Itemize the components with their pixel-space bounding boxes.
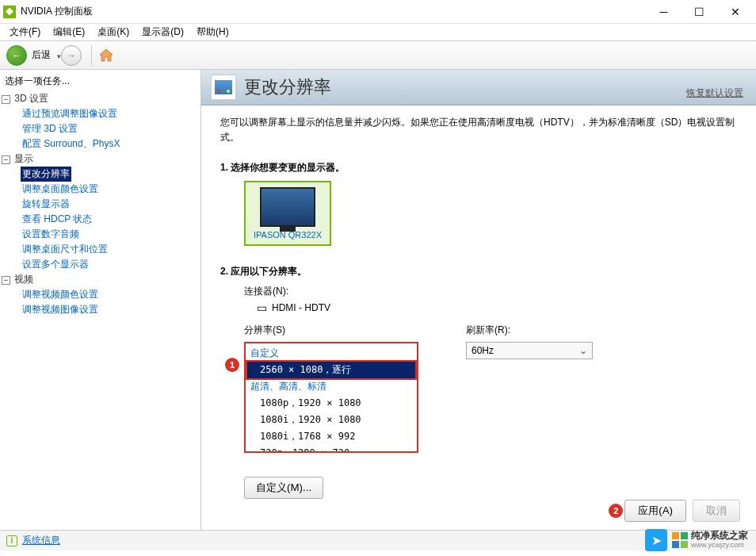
back-label: 后退 xyxy=(32,48,51,62)
annotation-badge-1: 1 xyxy=(225,358,239,372)
menu-help[interactable]: 帮助(H) xyxy=(190,24,235,40)
tree-link[interactable]: 调整视频颜色设置 xyxy=(21,287,100,302)
res-item-selected[interactable]: 2560 × 1080，逐行 xyxy=(247,362,415,378)
refresh-label: 刷新率(R): xyxy=(466,324,593,337)
res-category-hd: 超清、高清、标清 xyxy=(247,378,415,395)
statusbar: i 系统信息 xyxy=(0,530,756,550)
tree-link-change-resolution[interactable]: 更改分辨率 xyxy=(21,167,71,182)
close-button[interactable]: ✕ xyxy=(717,1,753,23)
titlebar: NVIDIA 控制面板 ─ ☐ ✕ xyxy=(0,0,756,24)
menu-display[interactable]: 显示器(D) xyxy=(136,24,190,40)
tree-link[interactable]: 调整视频图像设置 xyxy=(21,302,100,317)
connector-value: HDMI - HDTV xyxy=(272,302,330,313)
tree-link[interactable]: 设置多个显示器 xyxy=(21,257,90,272)
watermark-url: www.ycwjzy.com xyxy=(691,542,748,550)
cancel-button[interactable]: 取消 xyxy=(693,500,740,522)
sidebar: 选择一项任务... − 3D 设置 通过预览调整图像设置 管理 3D 设置 配置… xyxy=(0,70,201,530)
annotation-badge-2: 2 xyxy=(609,504,623,518)
resolution-listbox[interactable]: 自定义 2560 × 1080，逐行 超清、高清、标清 1080p，1920 ×… xyxy=(244,342,418,453)
maximize-button[interactable]: ☐ xyxy=(682,1,717,23)
page-icon xyxy=(211,75,236,100)
connector-label: 连接器(N): xyxy=(244,285,737,298)
res-category-custom: 自定义 xyxy=(247,345,415,362)
toolbar: 后退 xyxy=(0,41,756,70)
menu-edit[interactable]: 编辑(E) xyxy=(47,24,91,40)
monitor-icon xyxy=(260,187,315,227)
step1-title: 1. 选择你想要变更的显示器。 xyxy=(220,161,737,174)
apply-button[interactable]: 应用(A) xyxy=(624,500,686,522)
res-item[interactable]: 1080i，1920 × 1080 xyxy=(247,412,415,428)
page-description: 您可以调整屏幕上显示的信息量并减少闪烁。如果您正在使用高清晰度电视（HDTV），… xyxy=(220,115,737,145)
forward-button[interactable] xyxy=(61,45,82,66)
menu-desktop[interactable]: 桌面(K) xyxy=(91,24,136,40)
tree-link[interactable]: 调整桌面尺寸和位置 xyxy=(21,242,109,257)
back-button[interactable] xyxy=(6,45,27,66)
collapse-icon[interactable]: − xyxy=(2,155,10,164)
tree-group-video[interactable]: − 视频 xyxy=(2,272,199,287)
hdmi-icon xyxy=(257,301,267,314)
watermark: ➤ 纯净系统之家 www.ycwjzy.com xyxy=(645,529,748,551)
separator xyxy=(91,45,92,66)
collapse-icon[interactable]: − xyxy=(2,95,10,104)
refresh-rate-select[interactable]: 60Hz xyxy=(466,342,593,359)
twitter-icon: ➤ xyxy=(645,529,667,551)
tree-link[interactable]: 设置数字音频 xyxy=(21,227,81,242)
tree-link[interactable]: 配置 Surround、PhysX xyxy=(21,136,121,151)
watermark-name: 纯净系统之家 xyxy=(691,531,748,541)
custom-button[interactable]: 自定义(M)... xyxy=(244,477,323,499)
res-item[interactable]: 1080i，1768 × 992 xyxy=(247,428,415,445)
minimize-button[interactable]: ─ xyxy=(646,1,682,23)
page-title: 更改分辨率 xyxy=(244,75,331,99)
monitor-selector[interactable]: IPASON QR322X xyxy=(244,181,331,246)
res-item[interactable]: 720p，1280 × 720 xyxy=(247,445,415,453)
tree-link[interactable]: 查看 HDCP 状态 xyxy=(21,212,94,227)
menubar: 文件(F) 编辑(E) 桌面(K) 显示器(D) 帮助(H) xyxy=(0,24,756,41)
menu-file[interactable]: 文件(F) xyxy=(3,24,47,40)
info-icon: i xyxy=(6,535,17,546)
tree-group-3d[interactable]: − 3D 设置 xyxy=(2,91,199,106)
logo-squares-icon xyxy=(672,532,688,548)
page-header: 更改分辨率 恢复默认设置 xyxy=(201,70,756,105)
resolution-label: 分辨率(S) xyxy=(244,324,418,337)
tree-link[interactable]: 管理 3D 设置 xyxy=(21,121,79,136)
tree-group-display[interactable]: − 显示 xyxy=(2,151,199,167)
tree-link[interactable]: 旋转显示器 xyxy=(21,197,71,212)
res-item[interactable]: 1080p，1920 × 1080 xyxy=(247,395,415,412)
main-panel: 更改分辨率 恢复默认设置 您可以调整屏幕上显示的信息量并减少闪烁。如果您正在使用… xyxy=(201,70,756,530)
tree-link[interactable]: 通过预览调整图像设置 xyxy=(21,106,119,121)
tree-link[interactable]: 调整桌面颜色设置 xyxy=(21,182,100,197)
task-prompt: 选择一项任务... xyxy=(2,73,199,90)
window-title: NVIDIA 控制面板 xyxy=(21,5,646,18)
step2-title: 2. 应用以下分辨率。 xyxy=(220,265,737,278)
collapse-icon[interactable]: − xyxy=(2,276,10,285)
restore-defaults-link[interactable]: 恢复默认设置 xyxy=(686,86,743,100)
back-dropdown[interactable] xyxy=(55,50,61,61)
system-info-link[interactable]: 系统信息 xyxy=(22,534,60,547)
refresh-value: 60Hz xyxy=(472,345,494,356)
home-button[interactable] xyxy=(98,48,114,63)
nvidia-icon xyxy=(3,6,16,18)
